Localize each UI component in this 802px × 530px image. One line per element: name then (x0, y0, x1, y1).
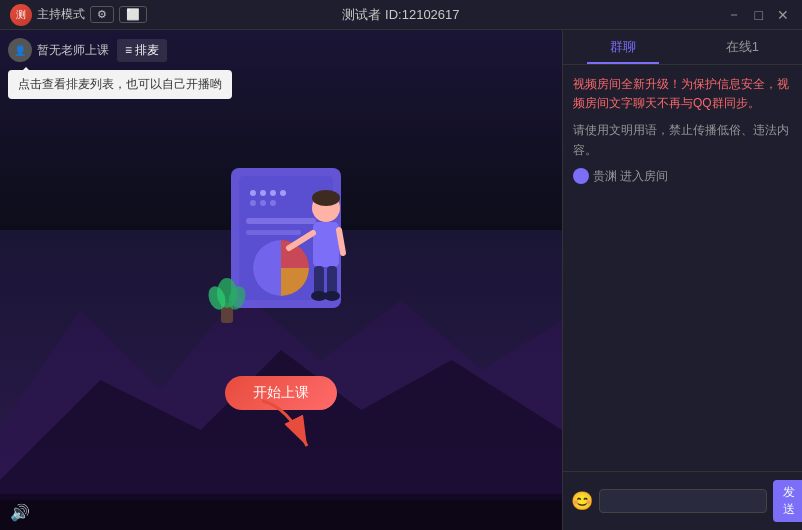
title-bar-left: 测 主持模式 ⚙ ⬜ (10, 4, 147, 26)
rank-icon: ≡ (125, 43, 132, 57)
illustration-svg (181, 148, 381, 368)
minimize-button[interactable]: － (724, 6, 744, 24)
svg-point-21 (312, 190, 340, 206)
svg-point-11 (260, 200, 266, 206)
illustration (181, 148, 381, 368)
send-button[interactable]: 发送 (773, 480, 802, 522)
title-bar-title: 测试者 ID:12102617 (342, 6, 459, 24)
bottom-left-controls: 🔊 (10, 503, 30, 522)
close-button[interactable]: ✕ (774, 7, 792, 23)
svg-point-8 (270, 190, 276, 196)
right-panel: 群聊 在线1 视频房间全新升级！为保护信息安全，视频房间文字聊天不再与QQ群同步… (562, 30, 802, 530)
host-badge: 测 主持模式 ⚙ ⬜ (10, 4, 147, 26)
teacher-avatar: 👤 (8, 38, 32, 62)
svg-point-9 (280, 190, 286, 196)
tab-online[interactable]: 在线1 (683, 30, 803, 64)
tab-chat[interactable]: 群聊 (563, 30, 683, 64)
tooltip: 点击查看排麦列表，也可以自己开播哟 (8, 70, 232, 99)
chat-input[interactable] (599, 489, 767, 513)
bottom-bar: 🔊 (0, 494, 562, 530)
chat-area: 视频房间全新升级！为保护信息安全，视频房间文字聊天不再与QQ群同步。 请使用文明… (563, 65, 802, 471)
svg-rect-13 (246, 218, 316, 224)
volume-icon[interactable]: 🔊 (10, 503, 30, 522)
host-mode-button[interactable]: ⚙ (90, 6, 114, 23)
svg-point-7 (260, 190, 266, 196)
rank-button[interactable]: ≡ 排麦 (117, 39, 167, 62)
teacher-info: 👤 暂无老师上课 (8, 38, 109, 62)
svg-point-6 (250, 190, 256, 196)
host-avatar: 测 (10, 4, 32, 26)
arrow-container (257, 396, 337, 480)
host-name: 主持模式 (37, 6, 85, 23)
title-bar-controls: － □ ✕ (724, 6, 792, 24)
user-join-text: 贵渊 进入房间 (593, 168, 668, 185)
top-controls: 👤 暂无老师上课 ≡ 排麦 (8, 38, 167, 62)
tabs: 群聊 在线1 (563, 30, 802, 65)
svg-rect-22 (313, 222, 339, 267)
teacher-label: 暂无老师上课 (37, 42, 109, 59)
share-button[interactable]: ⬜ (119, 6, 147, 23)
svg-point-10 (250, 200, 256, 206)
maximize-button[interactable]: □ (752, 7, 766, 23)
svg-rect-14 (246, 230, 301, 235)
arrow-svg (257, 396, 337, 476)
input-area: 😊 发送 (563, 471, 802, 530)
svg-point-28 (324, 291, 340, 301)
user-join-icon (573, 168, 589, 184)
notice-message-1: 视频房间全新升级！为保护信息安全，视频房间文字聊天不再与QQ群同步。 (573, 75, 792, 113)
rank-label: 排麦 (135, 42, 159, 59)
main-layout: 👤 暂无老师上课 ≡ 排麦 点击查看排麦列表，也可以自己开播哟 (0, 30, 802, 530)
svg-line-24 (339, 230, 343, 253)
emoji-button[interactable]: 😊 (571, 490, 593, 512)
svg-point-12 (270, 200, 276, 206)
left-panel: 👤 暂无老师上课 ≡ 排麦 点击查看排麦列表，也可以自己开播哟 (0, 30, 562, 530)
title-bar: 测 主持模式 ⚙ ⬜ 测试者 ID:12102617 － □ ✕ (0, 0, 802, 30)
user-join-message: 贵渊 进入房间 (573, 168, 792, 185)
notice-message-2: 请使用文明用语，禁止传播低俗、违法内容。 (573, 121, 792, 159)
